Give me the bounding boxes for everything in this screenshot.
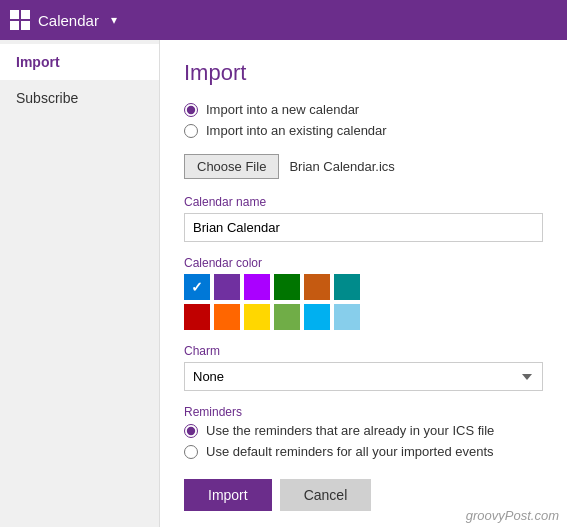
radio-use-ics-reminders[interactable]: Use the reminders that are already in yo… (184, 423, 543, 438)
color-swatch-purple[interactable] (214, 274, 240, 300)
color-row-2 (184, 304, 360, 330)
color-swatch-light-green[interactable] (274, 304, 300, 330)
cancel-button[interactable]: Cancel (280, 479, 372, 511)
sidebar: Import Subscribe (0, 40, 160, 527)
page-title: Import (184, 60, 543, 86)
color-swatch-yellow[interactable] (244, 304, 270, 330)
import-button[interactable]: Import (184, 479, 272, 511)
watermark: groovyPost.com (466, 508, 559, 523)
color-swatch-light-blue[interactable] (304, 304, 330, 330)
sidebar-item-subscribe[interactable]: Subscribe (0, 80, 159, 116)
radio-use-default-reminders[interactable]: Use default reminders for all your impor… (184, 444, 543, 459)
title-bar: Calendar ▾ (0, 0, 567, 40)
radio-existing-calendar[interactable]: Import into an existing calendar (184, 123, 543, 138)
app-icon (10, 10, 30, 30)
calendar-color-section: Calendar color (184, 256, 543, 330)
app-title: Calendar (38, 12, 99, 29)
color-swatch-red[interactable] (184, 304, 210, 330)
file-section: Choose File Brian Calendar.ics (184, 154, 543, 179)
main-content: Import Import into a new calendar Import… (160, 40, 567, 527)
color-swatch-teal[interactable] (334, 274, 360, 300)
radio-new-calendar[interactable]: Import into a new calendar (184, 102, 543, 117)
sidebar-item-import[interactable]: Import (0, 44, 159, 80)
choose-file-button[interactable]: Choose File (184, 154, 279, 179)
color-swatch-dark-orange[interactable] (214, 304, 240, 330)
color-swatch-orange[interactable] (304, 274, 330, 300)
calendar-name-field: Calendar name (184, 195, 543, 256)
color-swatches (184, 274, 404, 330)
color-swatch-sky-blue[interactable] (334, 304, 360, 330)
calendar-color-label: Calendar color (184, 256, 543, 270)
color-row-1 (184, 274, 360, 300)
import-type-group: Import into a new calendar Import into a… (184, 102, 543, 138)
calendar-name-label: Calendar name (184, 195, 543, 209)
charm-section: Charm None Cat Cloud Coffee Heart Star (184, 344, 543, 391)
color-swatch-blue[interactable] (184, 274, 210, 300)
file-name: Brian Calendar.ics (289, 159, 395, 174)
chevron-down-icon[interactable]: ▾ (111, 13, 117, 27)
charm-label: Charm (184, 344, 543, 358)
action-buttons: Import Cancel (184, 479, 543, 511)
charm-dropdown[interactable]: None Cat Cloud Coffee Heart Star (184, 362, 543, 391)
reminders-label: Reminders (184, 405, 543, 419)
reminders-section: Reminders Use the reminders that are alr… (184, 405, 543, 459)
calendar-name-input[interactable] (184, 213, 543, 242)
app-body: Import Subscribe Import Import into a ne… (0, 40, 567, 527)
color-swatch-violet[interactable] (244, 274, 270, 300)
color-swatch-green[interactable] (274, 274, 300, 300)
